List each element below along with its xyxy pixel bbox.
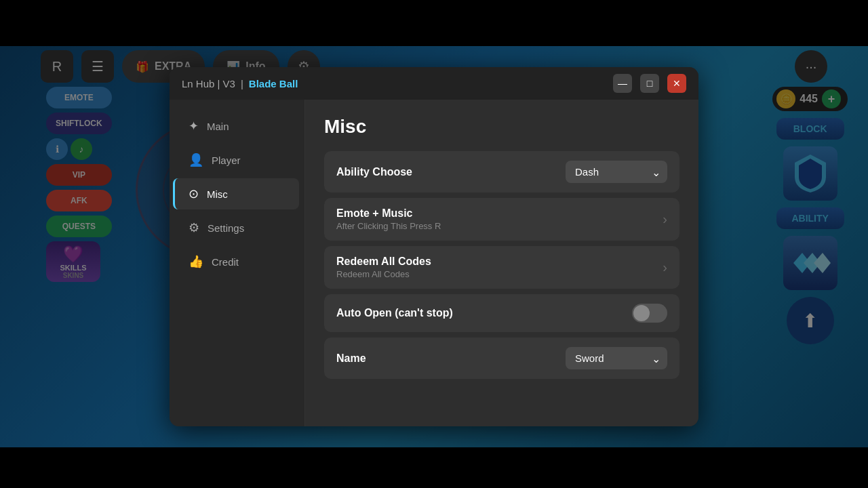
misc-icon: ⊙ [189,186,199,201]
toggle-knob [633,305,650,321]
settings-nav-icon: ⚙ [189,220,199,235]
emote-music-info: Emote + Music After Clicking This Press … [336,207,441,231]
nav-misc-label: Misc [207,188,228,200]
nav-item-settings[interactable]: ⚙ Settings [175,212,299,243]
player-icon: 👤 [189,152,203,167]
nav-main-label: Main [207,121,229,132]
nav-item-credit[interactable]: 👍 Credit [175,246,299,277]
minimize-icon: — [618,78,627,89]
nav-item-misc[interactable]: ⊙ Misc [173,178,299,209]
redeem-codes-row[interactable]: Redeem All Codes Redeem All Codes › [324,246,679,289]
modal-title-bar: Ln Hub | V3 | Blade Ball — □ ✕ [170,67,698,100]
section-title: Misc [324,116,679,138]
modal-content-area: Misc Ability Choose Dash ⌄ Emote + Music [305,100,698,426]
nav-player-label: Player [212,155,241,166]
name-dropdown[interactable]: Sword [566,347,667,369]
auto-open-label: Auto Open (can't stop) [336,307,453,319]
ability-choose-row: Ability Choose Dash ⌄ [324,151,679,192]
close-icon: ✕ [673,78,681,89]
emote-music-subtitle: After Clicking This Press R [336,221,441,231]
maximize-button[interactable]: □ [640,74,659,93]
redeem-arrow-icon: › [663,260,667,275]
modal-overlay: Ln Hub | V3 | Blade Ball — □ ✕ ✦ [0,46,868,447]
emote-music-row[interactable]: Emote + Music After Clicking This Press … [324,198,679,241]
name-label: Name [336,352,366,365]
redeem-codes-info: Redeem All Codes Redeem All Codes [336,256,431,279]
redeem-codes-title: Redeem All Codes [336,256,431,268]
maximize-icon: □ [647,78,652,89]
main-icon: ✦ [189,119,199,134]
black-bar-bottom [0,447,868,488]
black-bar-top [0,0,868,46]
ability-dropdown[interactable]: Dash [566,161,667,183]
modal-title-prefix: Ln Hub | V3 [182,78,235,89]
nav-settings-label: Settings [208,222,244,234]
emote-music-title: Emote + Music [336,207,441,220]
nav-credit-label: Credit [212,256,239,268]
emote-music-arrow-icon: › [663,211,667,227]
modal-title-game: Blade Ball [249,78,298,89]
ability-dropdown-wrapper: Dash ⌄ [566,161,667,183]
minimize-button[interactable]: — [613,74,632,93]
close-button[interactable]: ✕ [667,74,686,93]
modal-window: Ln Hub | V3 | Blade Ball — □ ✕ ✦ [170,67,698,426]
redeem-codes-subtitle: Redeem All Codes [336,269,431,279]
name-row: Name Sword ⌄ [324,338,679,379]
modal-controls: — □ ✕ [613,74,686,93]
modal-nav: ✦ Main 👤 Player ⊙ Misc ⚙ Settings 👍 [170,100,305,426]
auto-open-row: Auto Open (can't stop) [324,294,679,332]
ability-choose-label: Ability Choose [336,166,412,178]
credit-icon: 👍 [189,254,203,269]
modal-body: ✦ Main 👤 Player ⊙ Misc ⚙ Settings 👍 [170,100,698,426]
nav-item-player[interactable]: 👤 Player [175,144,299,176]
nav-item-main[interactable]: ✦ Main [175,110,299,142]
auto-open-toggle[interactable] [632,304,667,323]
name-dropdown-wrapper: Sword ⌄ [566,347,667,369]
modal-title-separator: | [241,78,243,89]
